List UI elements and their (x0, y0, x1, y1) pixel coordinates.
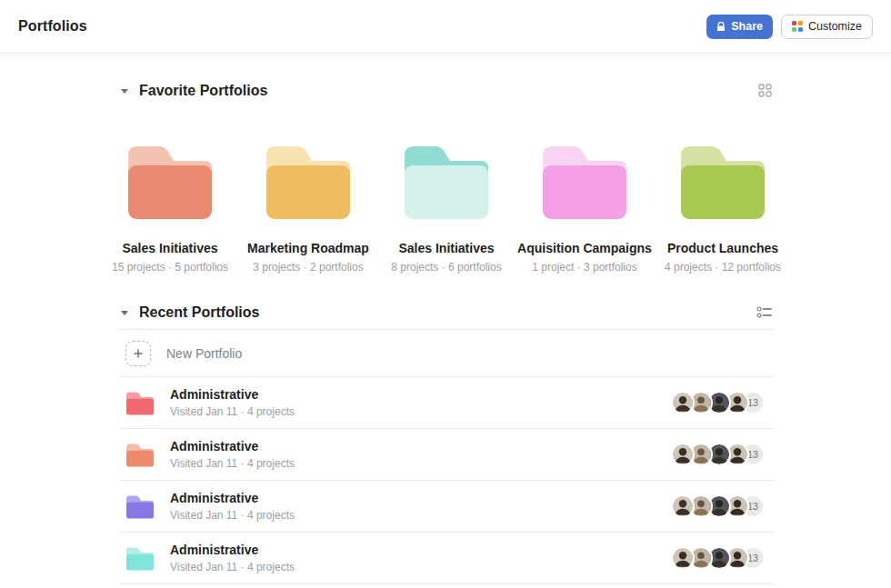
list-view-icon[interactable] (755, 304, 774, 321)
member-avatars[interactable]: 13 (671, 391, 774, 414)
collapse-caret-icon[interactable] (119, 307, 130, 318)
portfolio-row-name: Administrative (170, 543, 295, 557)
recent-section-title: Recent Portfolios (139, 304, 259, 321)
portfolio-row[interactable]: Administrative Visited Jan 11 · 4 projec… (119, 429, 774, 481)
folder-icon (125, 546, 155, 571)
recent-section-header: Recent Portfolios (119, 301, 774, 324)
favorite-portfolio-cards: Sales Initiatives 15 projects · 5 portfo… (119, 142, 774, 274)
portfolio-card[interactable]: Aquisition Campaigns 1 project · 3 portf… (534, 142, 636, 274)
portfolio-card-meta: 4 projects · 12 portfolios (665, 261, 781, 274)
main-content: Favorite Portfolios Sales Initiatives 15… (0, 79, 891, 584)
portfolio-card-meta: 1 project · 3 portfolios (532, 261, 636, 274)
share-button[interactable]: Share (706, 15, 773, 39)
portfolio-card[interactable]: Product Launches 4 projects · 12 portfol… (672, 142, 774, 274)
favorites-section-header: Favorite Portfolios (119, 79, 774, 102)
plus-icon (125, 341, 151, 366)
lock-icon (716, 22, 726, 32)
new-portfolio-button[interactable]: New Portfolio (119, 330, 774, 377)
folder-icon (402, 142, 491, 225)
portfolio-card-name: Sales Initiatives (122, 241, 217, 255)
portfolio-row-name: Administrative (170, 387, 295, 402)
portfolio-row[interactable]: Administrative Visited Jan 11 · 4 projec… (119, 377, 774, 429)
avatar (671, 391, 695, 414)
portfolio-card-meta: 8 projects · 6 portfolios (391, 261, 501, 274)
portfolio-row[interactable]: Administrative Visited Jan 11 · 4 projec… (119, 533, 774, 584)
collapse-caret-icon[interactable] (119, 85, 130, 96)
portfolio-row-name: Administrative (170, 491, 295, 505)
portfolio-row-meta: Visited Jan 11 · 4 projects (170, 509, 295, 522)
portfolio-card[interactable]: Sales Initiatives 8 projects · 6 portfol… (395, 142, 497, 274)
portfolio-card-name: Aquisition Campaigns (517, 241, 652, 255)
top-bar: Portfolios Share Customize (0, 0, 891, 54)
portfolio-card-name: Product Launches (667, 241, 778, 255)
portfolio-row-name: Administrative (170, 439, 295, 453)
portfolio-row-meta: Visited Jan 11 · 4 projects (170, 561, 295, 573)
customize-grid-icon (792, 21, 803, 32)
avatar (671, 443, 695, 466)
folder-icon (540, 142, 629, 225)
folder-icon (125, 443, 155, 467)
portfolio-row-meta: Visited Jan 11 · 4 projects (170, 405, 295, 418)
folder-icon (125, 391, 155, 415)
member-avatars[interactable]: 13 (671, 443, 774, 466)
member-avatars[interactable]: 13 (671, 494, 774, 518)
avatar (671, 494, 695, 518)
new-portfolio-label: New Portfolio (166, 346, 242, 361)
page-title: Portfolios (18, 18, 87, 35)
portfolio-card-name: Marketing Roadmap (247, 241, 369, 255)
grid-view-icon[interactable] (756, 82, 774, 99)
portfolio-row-meta: Visited Jan 11 · 4 projects (170, 457, 295, 470)
folder-icon (678, 142, 767, 225)
portfolio-card[interactable]: Marketing Roadmap 3 projects · 2 portfol… (257, 142, 359, 274)
customize-button-label: Customize (808, 20, 862, 33)
portfolio-card-name: Sales Initiatives (398, 241, 494, 255)
portfolio-card-meta: 15 projects · 5 portfolios (112, 261, 228, 274)
avatar (671, 546, 695, 570)
folder-icon (264, 142, 353, 225)
share-button-label: Share (731, 20, 763, 33)
folder-icon (125, 142, 215, 225)
portfolio-card[interactable]: Sales Initiatives 15 projects · 5 portfo… (119, 142, 221, 274)
topbar-actions: Share Customize (706, 15, 873, 39)
folder-icon (125, 494, 155, 519)
member-avatars[interactable]: 13 (671, 546, 774, 570)
portfolio-card-meta: 3 projects · 2 portfolios (253, 261, 363, 274)
favorites-section-title: Favorite Portfolios (139, 83, 267, 99)
customize-button[interactable]: Customize (781, 15, 873, 39)
portfolio-row[interactable]: Administrative Visited Jan 11 · 4 projec… (119, 481, 774, 533)
